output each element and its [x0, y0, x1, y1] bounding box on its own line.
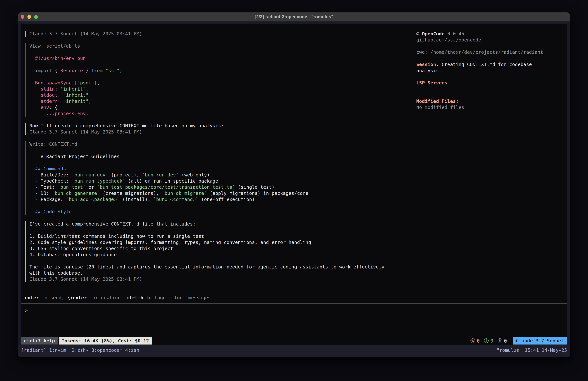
text-line: env: {: [29, 104, 122, 111]
tmux-window-list: [radiant] 1:nvim 2:zsh- 3:opencode* 4:zs…: [21, 347, 139, 353]
text-segment: Write: CONTEXT.md: [29, 141, 77, 147]
text-segment: [60, 92, 63, 98]
text-segment: [29, 68, 35, 73]
text-segment: :: [58, 98, 60, 104]
text-line: # Radiant Project Guidelines: [29, 153, 308, 159]
text-segment: [60, 98, 63, 104]
text-line: import { Resource } from "sst";: [29, 67, 122, 74]
text-line: [29, 49, 122, 55]
text-line: - DB: `bun db generate` (create migratio…: [29, 190, 308, 196]
text-line: 3. CSS styling conventions specific to t…: [29, 246, 384, 251]
text-line: stdout: "inherit",: [29, 92, 122, 98]
text-segment: [29, 184, 35, 190]
text-line: [29, 258, 384, 264]
assistant-message-block: Claude 3.7 Sonnet (14 May 2025 03:41 PM): [25, 31, 416, 37]
prompt-input-area[interactable]: [21, 314, 567, 337]
text-segment: [29, 166, 35, 171]
message-body: Write: CONTEXT.md # Radiant Project Guid…: [29, 141, 308, 215]
text-line: [29, 147, 308, 153]
text-line: 2. Code style guidelines covering import…: [29, 239, 384, 246]
text-segment: "inherit": [63, 98, 89, 104]
text-line: Claude 3.7 Sonnet (14 May 2025 03:41 PM): [29, 31, 142, 37]
text-segment: "sst": [105, 68, 119, 73]
text-segment: (all) or run in specific package: [125, 178, 218, 184]
text-segment: `bun db migrate`: [162, 190, 207, 196]
modified-files-empty: No modified files: [416, 104, 564, 111]
tokens-cost-badge: Tokens: 16.4K (8%), Cost: $0.12: [59, 337, 152, 344]
prompt-input[interactable]: >: [21, 307, 567, 314]
text-segment: `bun run typecheck`: [72, 178, 125, 184]
text-line: Bun.spawnSync([`psql`], {: [29, 80, 122, 86]
text-segment: DB:: [38, 190, 52, 196]
text-segment: Build/Dev:: [38, 172, 72, 178]
text-segment: (one-off execution): [198, 197, 255, 202]
tool-accent-bar: [25, 141, 26, 215]
warning-count: 0: [477, 338, 480, 344]
text-segment: [29, 56, 35, 61]
text-segment: (single test): [235, 184, 274, 190]
text-segment: `bun test`: [58, 184, 86, 190]
tool-accent-bar: [25, 43, 26, 116]
text-segment: ], {: [94, 80, 105, 86]
text-line: 4. Database operations guidance: [29, 251, 384, 258]
message-body: Now I'll create a comprehensive CONTEXT.…: [29, 123, 224, 135]
text-segment: to send,: [39, 295, 67, 300]
text-segment: [103, 68, 105, 73]
app-version: 0.0.45: [447, 31, 464, 37]
text-segment: [29, 98, 41, 104]
text-line: The file is concise (20 lines) and captu…: [29, 264, 384, 270]
text-line: with this codebase.: [29, 270, 384, 276]
text-segment: Claude 3.7 Sonnet (14 May 2025 03:41 PM): [29, 31, 142, 37]
brand-line: © OpenCode 0.0.45: [416, 31, 564, 37]
text-segment: ;: [120, 68, 122, 73]
text-segment: # Radiant Project Guidelines: [29, 154, 120, 159]
info-count: 0: [490, 338, 493, 344]
text-line: [29, 74, 122, 80]
text-segment: `psql`: [77, 80, 94, 86]
text-segment: 1. Build/lint/test commands including ho…: [29, 233, 204, 239]
text-segment: {: [52, 68, 60, 73]
text-segment: ([: [72, 80, 77, 86]
diagnostics-zone: ⓦ0ⓘ0ⓗ0: [470, 337, 507, 344]
text-segment: env: [41, 105, 49, 110]
text-line: - TypeCheck: `bun run typecheck` (all) o…: [29, 178, 308, 184]
text-segment: "inherit": [63, 92, 89, 98]
text-segment: `bun add <package>`: [66, 197, 120, 202]
text-line: ...process.env,: [29, 111, 122, 116]
text-line: - Test: `bun test` or `bun test packages…: [29, 184, 308, 190]
text-segment: The file is concise (20 lines) and captu…: [29, 264, 384, 269]
assistant-message-block: I've created a comprehensive CONTEXT.md …: [25, 221, 416, 282]
message-accent-bar: [25, 123, 26, 135]
tool-call-block: View: script/db.ts #!/usr/bin/env bun im…: [25, 43, 416, 116]
text-segment: -: [35, 178, 38, 184]
text-segment: [29, 209, 35, 214]
text-segment: to toggle tool messages: [143, 295, 211, 300]
text-line: stderr: "inherit",: [29, 98, 122, 104]
brand-name: OpenCode: [422, 31, 444, 37]
text-segment: import: [35, 68, 52, 73]
brand-logo-icon: ©: [416, 31, 419, 37]
session-line-wrap: analysis: [416, 67, 564, 74]
hint-count: 0: [504, 338, 507, 344]
text-segment: (web only): [179, 172, 210, 178]
text-line: - Package: `bun add <package>` (install)…: [29, 196, 308, 202]
model-badge[interactable]: Claude 3.7 Sonnet: [513, 337, 567, 344]
text-segment: -: [35, 197, 38, 202]
help-badge[interactable]: ctrl+? help: [21, 337, 58, 344]
text-segment: View: script/db.ts: [29, 43, 80, 49]
session-line: Session: Creating CONTEXT.md for codebas…: [416, 61, 564, 67]
keybind-hints: enter to send, \+enter for newline, ctrl…: [21, 295, 567, 301]
text-segment: from: [91, 68, 103, 73]
text-segment: `bun run dev`: [142, 172, 179, 178]
text-segment: [29, 190, 35, 196]
tmux-host-clock: "romulus" 15:41 14-May-25: [497, 347, 567, 353]
text-segment: spawnSync: [46, 80, 72, 86]
text-segment: #!/usr/bin/env bun: [35, 56, 86, 61]
text-line: I've created a comprehensive CONTEXT.md …: [29, 221, 384, 227]
session-title: Creating CONTEXT.md for codebase: [442, 62, 532, 67]
text-segment: [29, 80, 35, 86]
text-line: Claude 3.7 Sonnet (14 May 2025 03:41 PM): [29, 129, 224, 135]
lsp-servers-heading: LSP Servers: [416, 80, 564, 86]
text-segment: 4. Database operations guidance: [29, 252, 117, 257]
text-segment: `bun run dev`: [72, 172, 108, 178]
